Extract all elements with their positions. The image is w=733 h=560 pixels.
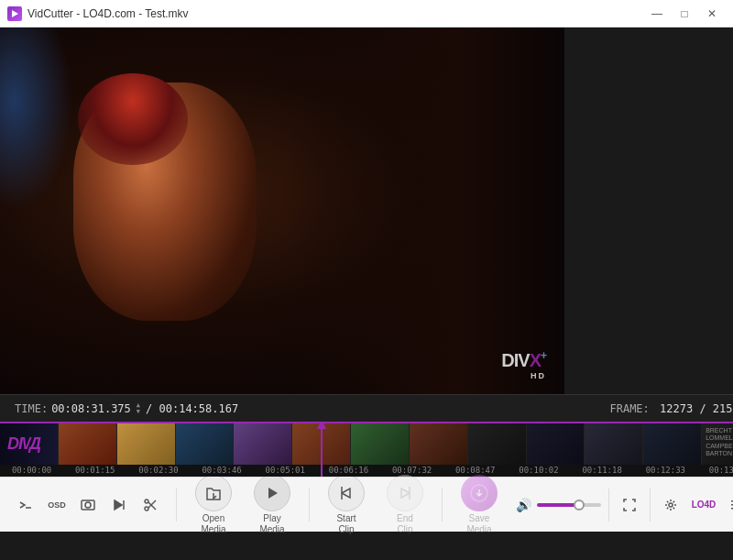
- svg-marker-10: [268, 488, 278, 499]
- toolbar: OSD: [0, 477, 733, 532]
- left-panel: DIVX+ HD TIME: 00:08:31.375 ▲ ▼ / 00:14:…: [0, 27, 733, 560]
- osd-button[interactable]: OSD: [42, 490, 71, 520]
- end-clip-label: EndClip: [397, 513, 413, 535]
- open-media-button[interactable]: OpenMedia: [188, 473, 239, 537]
- thumbnail-strip: DI\/Д BRECHT VAN LOMMELCAMPBELL BARTON: [0, 423, 733, 465]
- thumb-12: BRECHT VAN LOMMELCAMPBELL BARTON: [702, 423, 733, 465]
- timeline-labels: 00:00:00 00:01:15 00:02:30 00:03:46 00:0…: [0, 464, 733, 477]
- tick-7: 00:08:47: [443, 466, 507, 475]
- current-frame: 12273: [660, 402, 693, 415]
- tick-1: 00:01:15: [63, 466, 126, 475]
- divider-2: [309, 489, 310, 522]
- thumb-2: [117, 423, 176, 465]
- tick-2: 00:02:30: [126, 466, 190, 475]
- save-media-icon: [461, 475, 498, 511]
- svg-point-3: [85, 502, 91, 508]
- thumb-11: [643, 423, 702, 465]
- window-title: VidCutter - LO4D.com - Test.mkv: [27, 7, 643, 20]
- volume-icon: 🔊: [516, 498, 531, 512]
- start-clip-icon: [328, 475, 365, 511]
- save-media-label: SaveMedia: [466, 513, 491, 535]
- start-clip-label: StartClip: [336, 513, 356, 535]
- divider-1: [176, 489, 177, 522]
- tick-8: 00:10:02: [507, 466, 570, 475]
- right-toolbar: 🔊: [512, 489, 733, 522]
- settings-button[interactable]: [658, 492, 684, 518]
- divider-5: [650, 489, 651, 522]
- current-time: 00:08:31.375: [51, 402, 131, 415]
- cut-button[interactable]: [136, 490, 165, 520]
- scene-hair: [78, 73, 188, 165]
- app-icon: [7, 6, 22, 21]
- play-media-button[interactable]: PlayMedia: [246, 473, 298, 537]
- playhead[interactable]: [321, 423, 323, 477]
- thumb-0: DI\/Д: [0, 423, 59, 465]
- tick-5: 00:06:16: [317, 466, 380, 475]
- tick-10: 00:12:33: [634, 466, 697, 475]
- tick-0: 00:00:00: [0, 466, 63, 475]
- frame-info: FRAME: 12273 / 21556: [609, 402, 733, 415]
- time-label: TIME:: [15, 402, 48, 415]
- svg-marker-0: [12, 10, 18, 17]
- total-time: / 00:14:58.167: [146, 402, 238, 415]
- thumb-10: [585, 423, 643, 465]
- video-frame: DIVX+ HD: [0, 27, 564, 394]
- volume-slider[interactable]: [537, 503, 601, 507]
- divider-4: [608, 489, 609, 522]
- thumb-9: [527, 423, 585, 465]
- timeline[interactable]: DI\/Д BRECHT VAN LOMMELCAMPBELL BARTON: [0, 422, 733, 477]
- tick-3: 00:03:46: [191, 466, 254, 475]
- screenshot-button[interactable]: [73, 490, 103, 520]
- scene-bg: [0, 27, 73, 211]
- save-media-button[interactable]: SaveMedia: [454, 473, 505, 537]
- total-frames: / 21556: [699, 402, 733, 415]
- thumb-7: [410, 423, 468, 465]
- play-media-label: PlayMedia: [259, 513, 284, 535]
- start-clip-button[interactable]: StartClip: [321, 473, 372, 537]
- thumb-4: [234, 423, 292, 465]
- scene-shadow: [290, 27, 564, 394]
- svg-point-6: [145, 507, 148, 511]
- console-button[interactable]: [11, 490, 40, 520]
- frame-label: FRAME:: [609, 402, 649, 415]
- time-bar: TIME: 00:08:31.375 ▲ ▼ / 00:14:58.167 FR…: [0, 394, 733, 422]
- play-media-icon: [254, 475, 290, 511]
- tick-6: 00:07:32: [380, 466, 443, 475]
- video-player[interactable]: DIVX+ HD: [0, 27, 564, 394]
- maximize-button[interactable]: □: [671, 0, 698, 27]
- window-controls: — □ ✕: [643, 0, 726, 27]
- close-button[interactable]: ✕: [698, 0, 726, 27]
- volume-control: 🔊: [516, 498, 601, 512]
- open-media-label: OpenMedia: [201, 513, 225, 535]
- volume-thumb: [574, 500, 585, 511]
- time-stepper[interactable]: ▲ ▼: [137, 402, 140, 415]
- thumb-3: [176, 423, 235, 465]
- tick-11: 00:13:48: [697, 466, 733, 475]
- next-frame-button[interactable]: [104, 490, 134, 520]
- menu-button[interactable]: [724, 492, 733, 518]
- thumb-8: [468, 423, 527, 465]
- console-group: OSD: [11, 490, 165, 520]
- thumb-1: [59, 423, 117, 465]
- open-media-icon: [195, 475, 232, 511]
- minimize-button[interactable]: —: [643, 0, 671, 27]
- diva-logo: DI\/Д: [0, 423, 58, 465]
- tick-9: 00:11:18: [571, 466, 634, 475]
- main-area: DIVX+ HD TIME: 00:08:31.375 ▲ ▼ / 00:14:…: [0, 27, 733, 560]
- fullscreen-button[interactable]: [617, 492, 642, 518]
- lo4d-logo: LO4D: [687, 492, 720, 518]
- divx-watermark: DIVX+ HD: [501, 349, 546, 380]
- svg-point-7: [145, 500, 148, 503]
- divider-3: [442, 489, 443, 522]
- end-clip-button[interactable]: EndClip: [379, 473, 431, 537]
- svg-point-15: [669, 503, 673, 507]
- thumb-6: [351, 423, 410, 465]
- tick-4: 00:05:01: [254, 466, 317, 475]
- titlebar: VidCutter - LO4D.com - Test.mkv — □ ✕: [0, 0, 733, 27]
- end-clip-icon: [387, 475, 423, 511]
- svg-marker-4: [115, 500, 122, 510]
